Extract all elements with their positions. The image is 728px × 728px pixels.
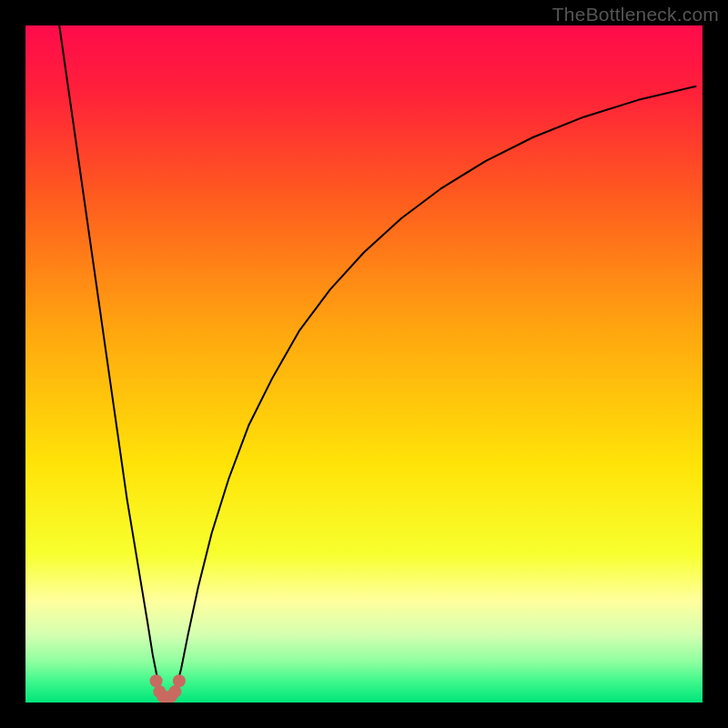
marker-dip-marker xyxy=(168,685,181,698)
gradient-background xyxy=(25,25,703,703)
watermark-text: TheBottleneck.com xyxy=(552,4,719,25)
marker-dip-marker xyxy=(173,674,186,687)
chart-svg xyxy=(25,25,703,703)
marker-dip-marker xyxy=(150,674,163,687)
plot-area xyxy=(25,25,703,703)
chart-frame: TheBottleneck.com xyxy=(0,0,728,728)
